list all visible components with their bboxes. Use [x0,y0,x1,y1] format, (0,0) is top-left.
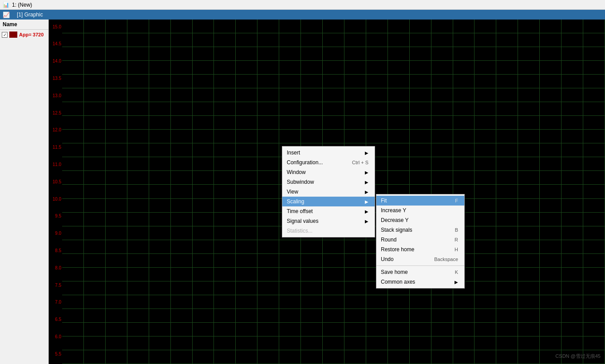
ctx-window-arrow: ▶ [365,170,368,175]
ctx-window-label: Window [287,169,306,175]
y-label-140: 14.0 [53,59,61,63]
ctx-time-offset-label: Time offset [287,208,313,214]
ctx-configuration-shortcut: Ctrl + S [352,160,368,165]
left-panel: Name ✓ App= 3720 [0,20,49,364]
y-label-75: 7.5 [55,282,61,287]
sub-undo[interactable]: Undo Backspace [376,254,464,264]
y-label-95: 9.5 [55,214,61,218]
scaling-submenu: Fit F Increase Y Decrease Y Stack signal… [376,194,465,289]
sub-fit-shortcut: F [455,198,458,203]
graph-area[interactable]: 15.0 14.5 14.0 13.5 13.0 12.5 12.0 11.5 … [49,20,605,364]
y-label-65: 6.5 [55,317,61,322]
sub-save-home-label: Save home [381,269,408,275]
sub-decrease-y[interactable]: Decrease Y [376,215,464,225]
sub-increase-y-label: Increase Y [381,207,406,214]
app-icon: 📊 [3,2,9,8]
y-label-110: 11.0 [53,162,61,166]
ctx-subwindow[interactable]: Subwindow ▶ [282,177,375,187]
sub-stack-signals-label: Stack signals [381,227,412,233]
ctx-scaling-label: Scaling [287,198,304,205]
y-label-100: 10.0 [53,196,61,201]
y-label-115: 11.5 [53,145,61,150]
ctx-window[interactable]: Window ▶ [282,167,375,177]
ctx-view-label: View [287,189,298,195]
sub-stack-signals[interactable]: Stack signals B [376,225,464,235]
sub-round-label: Round [381,237,396,243]
ctx-signal-values[interactable]: Signal values ▶ [282,216,375,226]
sub-common-axes-label: Common axes [381,279,415,285]
y-label-90: 9.0 [55,231,61,236]
ctx-subwindow-label: Subwindow [287,179,314,185]
title-bar: 📊 1: (New) [0,0,605,10]
sub-restore-home-label: Restore home [381,246,414,253]
sub-fit-label: Fit [381,198,387,204]
sub-undo-label: Undo [381,256,394,262]
y-label-120: 12.0 [53,127,61,132]
signal-row[interactable]: ✓ App= 3720 [0,30,48,40]
sub-common-axes-arrow: ▶ [455,280,458,285]
y-label-70: 7.0 [55,300,61,305]
ctx-view-arrow: ▶ [365,190,368,194]
ctx-scaling-arrow: ▶ [365,199,368,204]
ctx-scaling[interactable]: Scaling ▶ [282,197,375,206]
menu-bar: 📈 [1] Graphic [0,10,605,20]
ctx-configuration[interactable]: Configuration... Ctrl + S [282,158,375,167]
menu-icon: 📈 [3,12,10,18]
ctx-statistics-label: Statistics... [287,228,312,234]
sub-undo-shortcut: Backspace [434,257,458,262]
ctx-configuration-label: Configuration... [287,159,323,166]
y-label-150: 15.0 [53,24,61,29]
y-label-135: 13.5 [53,75,61,80]
ctx-time-offset[interactable]: Time offset ▶ [282,206,375,216]
signal-label: App= 3720 [19,32,43,37]
y-label-55: 5.5 [55,351,61,356]
ctx-statistics: Statistics... [282,226,375,236]
menu-bar-label[interactable]: [1] Graphic [17,12,43,18]
ctx-insert[interactable]: Insert ▶ [282,148,375,158]
y-label-130: 13.0 [53,93,61,98]
ctx-insert-label: Insert [287,150,300,156]
ctx-time-offset-arrow: ▶ [365,209,368,214]
watermark: CSDN @雪过无痕45 [555,353,601,360]
title-text: 1: (New) [12,2,32,8]
ctx-signal-values-label: Signal values [287,218,318,224]
y-label-85: 8.5 [55,248,61,253]
y-label-80: 8.0 [55,265,61,270]
y-label-60: 6.0 [55,334,61,339]
sub-restore-home-shortcut: H [455,247,458,252]
y-label-125: 12.5 [53,110,61,115]
sub-save-home[interactable]: Save home K [376,267,464,277]
y-axis: 15.0 14.5 14.0 13.5 13.0 12.5 12.0 11.5 … [49,20,62,364]
left-panel-header: Name [0,20,48,30]
sub-restore-home[interactable]: Restore home H [376,245,464,254]
main-area: Name ✓ App= 3720 15.0 14.5 14.0 13.5 13.… [0,20,605,364]
ctx-subwindow-arrow: ▶ [365,180,368,185]
sub-round[interactable]: Round R [376,235,464,245]
context-menu: Insert ▶ Configuration... Ctrl + S Windo… [282,146,375,237]
ctx-signal-values-arrow: ▶ [365,219,368,224]
sub-stack-signals-shortcut: B [455,227,458,233]
sub-common-axes[interactable]: Common axes ▶ [376,277,464,287]
signal-checkbox[interactable]: ✓ [2,32,8,38]
sub-increase-y[interactable]: Increase Y [376,206,464,215]
y-label-105: 10.5 [53,179,61,184]
sub-round-shortcut: R [455,237,458,242]
sub-decrease-y-label: Decrease Y [381,217,408,223]
ctx-view[interactable]: View ▶ [282,187,375,197]
sub-divider [376,265,464,266]
sub-save-home-shortcut: K [455,269,458,275]
signal-color-box [9,32,17,38]
ctx-insert-arrow: ▶ [365,150,368,155]
y-label-145: 14.5 [53,41,61,46]
sub-fit[interactable]: Fit F [376,196,464,206]
